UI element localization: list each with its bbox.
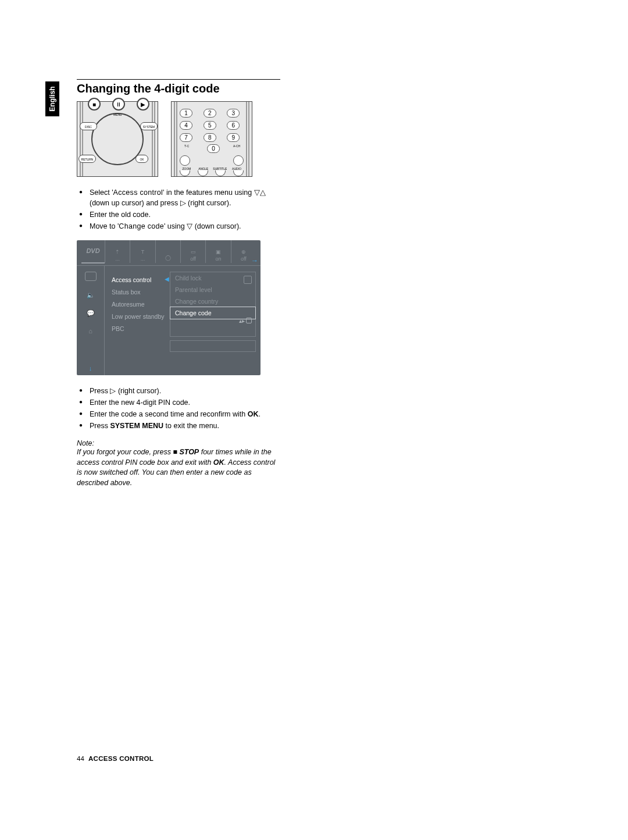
change-code-icon: ▴▸ (239, 318, 252, 324)
step-item: Move to 'Change code' using ▽ (down curs… (77, 221, 280, 232)
text-icon: T (141, 249, 145, 255)
osd-tab: ⇡... (105, 240, 130, 263)
ach-button-icon (233, 155, 244, 166)
color-icon: ◯ (165, 255, 171, 261)
screen-icon: ▭ (191, 249, 196, 255)
menu-item: Autoresume (112, 301, 165, 308)
osd-category-column: 🔈 💬 ⌂ ↓ (77, 266, 105, 375)
zoom-icon: ⊕ (241, 249, 246, 255)
osd-tab: ▣on (205, 240, 230, 263)
menu-item: PBC (112, 325, 165, 332)
steps-list-2: Press ▷ (right cursor). Enter the new 4-… (77, 386, 280, 432)
subtitle-button-icon (215, 170, 226, 176)
key-1: 1 (180, 109, 192, 118)
dvd-logo: DVD (81, 241, 105, 264)
key-0: 0 (207, 144, 220, 153)
menu-item: Access control (112, 276, 165, 283)
osd-tab: ▭off (180, 240, 205, 263)
remote-keypad-diagram: 1 2 3 4 5 6 7 8 9 T-C 0 A-CH ZOOM (171, 101, 252, 177)
cursor-ring-icon: ■ ⏸ ▶ MENU DISC SYSTEM RETURN OK (91, 113, 144, 165)
right-arrow-icon: → (251, 257, 258, 265)
tc-label: T-C (180, 144, 194, 153)
system-button-icon: SYSTEM (140, 122, 158, 130)
play-button-icon: ▶ (137, 98, 149, 111)
menu-label: MENU (113, 113, 122, 116)
step-item: Press SYSTEM MENU to exit the menu. (77, 421, 280, 431)
step-item: Enter the new 4-digit PIN code. (77, 397, 280, 408)
person-icon: ⇡ (115, 249, 120, 255)
note-header: Note: (77, 439, 280, 447)
osd-tab: T... (130, 240, 155, 263)
remote-nav-diagram: ■ ⏸ ▶ MENU DISC SYSTEM RETURN OK (77, 101, 158, 177)
step-item: Select 'Access control' in the features … (77, 187, 280, 208)
features-category-icon: ⌂ (88, 328, 92, 334)
stop-button-icon: ■ (88, 98, 101, 111)
page-title: Changing the 4-digit code (77, 82, 280, 95)
submenu-item: Change country (170, 296, 255, 307)
menu-item: Low power standby (112, 313, 165, 320)
picture-category-icon (85, 272, 97, 281)
osd-menu-column: Access control Status box Autoresume Low… (105, 266, 170, 375)
sound-category-icon: 🔈 (87, 291, 95, 299)
left-arrow-icon: ◀ (165, 276, 169, 282)
audio-button-icon (233, 170, 244, 176)
key-7: 7 (180, 133, 192, 142)
ok-button-icon: OK (135, 155, 148, 163)
page-number: 44 (77, 755, 84, 762)
osd-tab: ◯ (155, 240, 180, 263)
submenu-item: Child lock (170, 272, 255, 284)
osd-submenu-column: ◀ Child lock Parental level Change count… (170, 266, 261, 375)
code-entry-box (170, 340, 256, 352)
step-item: Enter the old code. (77, 209, 280, 220)
key-9: 9 (227, 133, 240, 142)
language-tab: English (45, 81, 59, 116)
down-arrow-icon: ↓ (89, 365, 92, 372)
language-category-icon: 💬 (87, 309, 95, 317)
key-4: 4 (180, 121, 192, 130)
menu-item: Status box (112, 289, 165, 296)
osd-topbar: DVD ⇡... T... ◯ ▭off ▣on ⊕off → (77, 240, 261, 266)
pip-icon: ▣ (216, 249, 221, 255)
zoom-button-icon (180, 170, 190, 176)
steps-list-1: Select 'Access control' in the features … (77, 187, 280, 232)
return-button-icon: RETURN (78, 155, 96, 163)
step-item: Press ▷ (right cursor). (77, 386, 280, 396)
page-footer: 44 ACCESS CONTROL (77, 755, 154, 762)
key-6: 6 (227, 121, 240, 130)
key-5: 5 (204, 121, 216, 130)
step-item: Enter the code a second time and reconfi… (77, 409, 280, 419)
title-rule (77, 79, 280, 80)
disc-button-icon: DISC (80, 122, 97, 130)
section-name: ACCESS CONTROL (88, 755, 154, 762)
key-3: 3 (227, 109, 240, 118)
submenu-item: Parental level (170, 284, 255, 296)
note-body: If you forgot your code, press ■ STOP fo… (77, 447, 280, 488)
angle-button-icon (198, 170, 208, 176)
osd-screenshot: DVD ⇡... T... ◯ ▭off ▣on ⊕off → 🔈 💬 ⌂ ↓ … (77, 240, 261, 375)
note-block: Note: If you forgot your code, press ■ S… (77, 439, 280, 488)
ach-label: A-CH (230, 144, 244, 153)
page-content: Changing the 4-digit code ■ ⏸ ▶ MENU DIS… (77, 79, 280, 488)
remote-diagrams: ■ ⏸ ▶ MENU DISC SYSTEM RETURN OK 1 2 3 4… (77, 101, 280, 177)
key-8: 8 (204, 133, 216, 142)
pause-button-icon: ⏸ (112, 98, 125, 111)
numeric-keypad: 1 2 3 4 5 6 7 8 9 (180, 109, 244, 142)
key-2: 2 (204, 109, 216, 118)
tc-button-icon (180, 155, 190, 166)
